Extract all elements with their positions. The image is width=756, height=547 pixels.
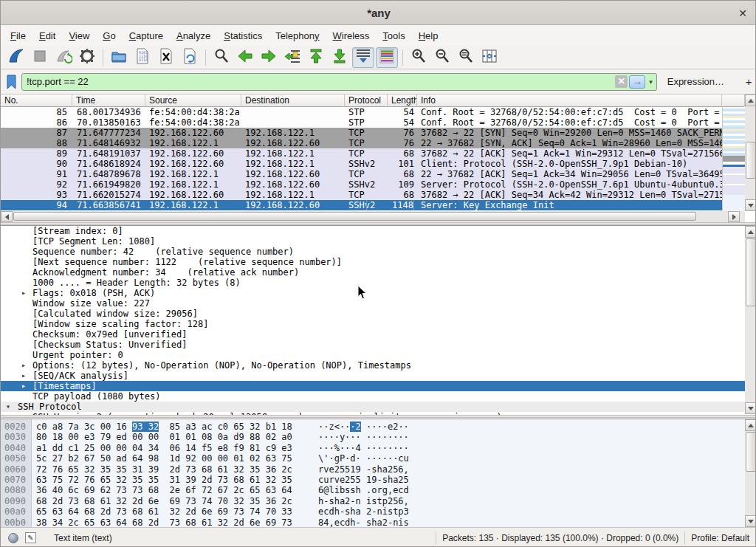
pane-splitter[interactable]: ·····	[1, 415, 756, 418]
expander-closed-icon[interactable]: ▸	[21, 381, 26, 391]
hex-row-00b0[interactable]: 00b038 34 2c 65 63 64 68 2d 73 68 61 32 …	[1, 517, 745, 527]
expander-closed-icon[interactable]: ▸	[21, 360, 26, 371]
column-header-length[interactable]: Length	[388, 94, 417, 107]
resize-columns-button[interactable]	[478, 47, 501, 68]
menu-item-wireless[interactable]: Wireless	[326, 27, 377, 45]
detail-line[interactable]: 1000 .... = Header Length: 32 bytes (8)	[1, 278, 745, 288]
find-packet-button[interactable]	[210, 47, 233, 68]
hex-row-0060[interactable]: 006072 76 65 32 35 35 31 39 2d 73 68 61 …	[1, 464, 745, 475]
go-to-packet-button[interactable]	[281, 47, 303, 68]
detail-line[interactable]: Window size value: 227	[1, 298, 745, 309]
expander-closed-icon[interactable]: ▸	[21, 288, 26, 298]
reload-file-button[interactable]	[179, 47, 201, 68]
scroll-down-button[interactable]	[745, 199, 756, 211]
column-header-time[interactable]: Time	[72, 94, 145, 107]
go-back-button[interactable]	[234, 47, 256, 68]
scroll-up-button[interactable]	[745, 94, 756, 106]
detail-line[interactable]: [Stream index: 0]	[1, 226, 745, 236]
zoom-original-button[interactable]	[455, 47, 477, 68]
packet-row-91[interactable]: 9171.648789678192.168.122.1192.168.122.6…	[1, 169, 722, 179]
column-header-source[interactable]: Source	[145, 94, 241, 107]
detail-line[interactable]: ▸Options: (12 bytes), No-Operation (NOP)…	[1, 360, 745, 371]
menu-item-file[interactable]: File	[4, 27, 32, 45]
add-filter-button[interactable]: +	[740, 75, 756, 88]
detail-line[interactable]: [Window size scaling factor: 128]	[1, 319, 745, 329]
open-file-button[interactable]	[108, 47, 130, 68]
packet-row-92[interactable]: 9271.661949820192.168.122.1192.168.122.6…	[1, 179, 722, 190]
scroll-thumb[interactable]	[13, 212, 696, 221]
hex-row-0030[interactable]: 003080 18 00 e3 79 ed 00 00 01 01 08 0a …	[1, 432, 745, 442]
detail-line[interactable]: Sequence number: 42 (relative sequence n…	[1, 247, 745, 257]
detail-line[interactable]: Checksum: 0x79ed [unverified]	[1, 329, 745, 340]
zoom-out-button[interactable]	[431, 47, 453, 68]
scroll-down-button[interactable]	[745, 515, 756, 527]
detail-line-selected[interactable]: ▸[Timestamps]	[1, 381, 745, 391]
start-capture-button[interactable]	[5, 47, 27, 68]
packet-row-86[interactable]: 8670.013850163fe:54:00:d4:38:2aSTP54Conf…	[1, 117, 722, 128]
hex-row-0090[interactable]: 009068 2d 73 68 61 32 2d 6e 69 73 74 70 …	[1, 496, 745, 506]
packet-row-85[interactable]: 8568.001734936fe:54:00:d4:38:2aSTP54Conf…	[1, 107, 722, 117]
go-bottom-button[interactable]	[329, 47, 351, 68]
menu-item-tools[interactable]: Tools	[376, 27, 411, 45]
bookmark-icon[interactable]	[4, 74, 19, 90]
packet-row-94[interactable]: 9471.663856741192.168.122.1192.168.122.6…	[1, 200, 722, 210]
hex-row-0050[interactable]: 00505c 27 b2 67 50 ad 64 98 1d 92 00 00 …	[1, 453, 745, 464]
detail-line[interactable]: ▸[SEQ/ACK analysis]	[1, 371, 745, 381]
detail-line[interactable]: Urgent pointer: 0	[1, 350, 745, 360]
scroll-thumb[interactable]	[746, 238, 756, 306]
scroll-up-button[interactable]	[745, 419, 756, 431]
scroll-left-button[interactable]	[1, 211, 13, 222]
packet-row-87[interactable]: 8771.647777234192.168.122.60192.168.122.…	[1, 128, 722, 138]
go-top-button[interactable]	[305, 47, 327, 68]
packet-row-88[interactable]: 8871.648146932192.168.122.1192.168.122.6…	[1, 138, 722, 148]
menu-item-edit[interactable]: Edit	[32, 27, 62, 45]
expander-open-icon[interactable]: ▾	[6, 402, 10, 412]
expression-button[interactable]: Expression…	[667, 76, 724, 87]
close-window-button[interactable]: ✕	[736, 7, 749, 20]
capture-comment-icon[interactable]: ✎	[25, 532, 36, 543]
stop-capture-button[interactable]	[29, 47, 51, 68]
details-vscrollbar[interactable]	[745, 226, 756, 414]
menu-item-capture[interactable]: Capture	[123, 27, 170, 45]
menu-item-analyze[interactable]: Analyze	[170, 27, 217, 45]
column-header-destination[interactable]: Destination	[241, 94, 345, 107]
packet-row-90[interactable]: 9071.648618924192.168.122.60192.168.122.…	[1, 159, 722, 169]
packet-row-93[interactable]: 9371.662015274192.168.122.60192.168.122.…	[1, 190, 722, 200]
hex-row-0080[interactable]: 008036 40 6c 69 62 73 73 68 2e 6f 72 67 …	[1, 485, 745, 495]
menu-item-view[interactable]: View	[62, 27, 96, 45]
restart-capture-button[interactable]	[52, 47, 75, 68]
expander-closed-icon[interactable]: ▸	[21, 371, 26, 381]
close-file-button[interactable]	[155, 47, 177, 68]
expert-info-icon[interactable]	[8, 533, 18, 543]
hex-row-0020[interactable]: 0020c0 a8 7a 3c 00 16 93 32 85 a3 ac c0 …	[1, 422, 745, 432]
column-header-blank[interactable]	[722, 94, 745, 107]
scroll-thumb[interactable]	[746, 142, 756, 179]
go-forward-button[interactable]	[258, 47, 280, 68]
detail-line[interactable]: [Calculated window size: 29056]	[1, 309, 745, 319]
detail-line[interactable]: [Checksum Status: Unverified]	[1, 340, 745, 350]
auto-scroll-button[interactable]	[352, 47, 374, 68]
hex-row-0070[interactable]: 007063 75 72 76 65 32 35 35 31 39 2d 73 …	[1, 475, 745, 485]
scroll-right-button[interactable]	[728, 211, 740, 222]
column-header-protocol[interactable]: Protocol	[345, 94, 388, 107]
scroll-thumb[interactable]	[746, 432, 756, 472]
column-header-no[interactable]: No.	[1, 94, 72, 107]
hex-row-00a0[interactable]: 00a065 63 64 68 2d 73 68 61 32 2d 6e 69 …	[1, 506, 745, 517]
detail-line[interactable]: [Next sequence number: 1122 (relative se…	[1, 257, 745, 267]
scroll-up-button[interactable]	[745, 226, 756, 238]
menu-item-statistics[interactable]: Statistics	[217, 27, 269, 45]
menu-item-telephony[interactable]: Telephony	[269, 27, 326, 45]
apply-filter-button[interactable]: →	[629, 75, 645, 89]
save-file-button[interactable]: 010111100110	[131, 47, 154, 68]
packet-list-vscrollbar[interactable]	[745, 94, 756, 211]
profile-text[interactable]: Profile: Default	[691, 533, 749, 543]
clear-filter-button[interactable]: ✕	[615, 75, 628, 88]
hex-row-0040[interactable]: 0040a1 dd c1 25 00 00 04 34 06 14 f5 e8 …	[1, 443, 745, 453]
scroll-down-button[interactable]	[745, 402, 756, 414]
menu-item-go[interactable]: Go	[96, 27, 122, 45]
capture-options-button[interactable]	[76, 47, 98, 68]
intelligent-scrollbar-minimap[interactable]	[722, 107, 745, 211]
packet-row-89[interactable]: 8971.648191037192.168.122.60192.168.122.…	[1, 148, 722, 159]
colorize-button[interactable]	[376, 47, 398, 68]
detail-line[interactable]: [TCP Segment Len: 1080]	[1, 236, 745, 247]
